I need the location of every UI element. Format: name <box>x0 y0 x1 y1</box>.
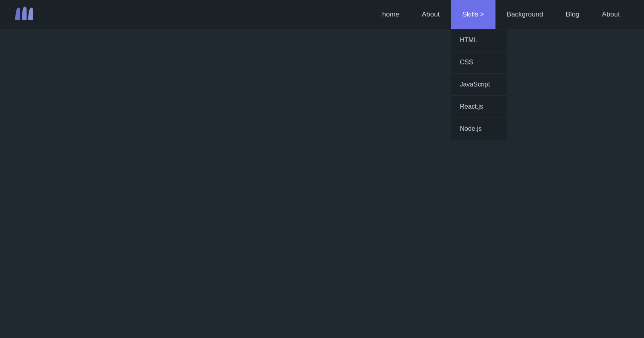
dropdown-item-html[interactable]: HTML <box>451 29 507 52</box>
nav-item-background[interactable]: Background <box>495 0 555 29</box>
navbar: home About Skills > HTML CSS JavaScript … <box>0 0 644 29</box>
nav-item-blog[interactable]: Blog <box>555 0 591 29</box>
nav-item-home[interactable]: home <box>371 0 411 29</box>
skills-dropdown-container: Skills > HTML CSS JavaScript React.js No… <box>451 0 495 29</box>
nav-item-about1[interactable]: About <box>411 0 451 29</box>
dropdown-item-css[interactable]: CSS <box>451 52 507 74</box>
nav-item-about2[interactable]: About <box>591 0 631 29</box>
nav-item-skills[interactable]: Skills > <box>451 0 495 29</box>
nav-links: home About Skills > HTML CSS JavaScript … <box>371 0 632 29</box>
dropdown-item-javascript[interactable]: JavaScript <box>451 74 507 96</box>
logo[interactable] <box>13 5 37 24</box>
dropdown-item-nodejs[interactable]: Node.js <box>451 118 507 140</box>
skills-dropdown-menu: HTML CSS JavaScript React.js Node.js <box>451 29 507 140</box>
main-content <box>0 29 644 338</box>
dropdown-item-reactjs[interactable]: React.js <box>451 96 507 118</box>
